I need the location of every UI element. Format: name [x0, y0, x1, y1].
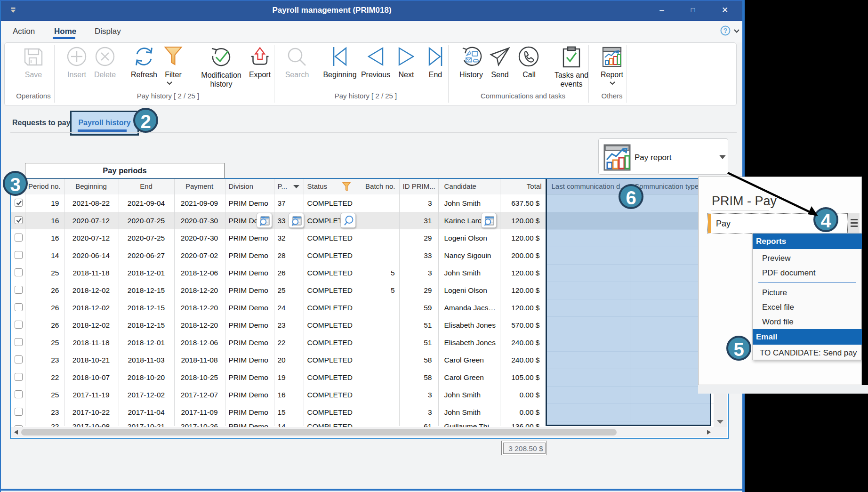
svg-text:?: ?: [723, 27, 728, 34]
